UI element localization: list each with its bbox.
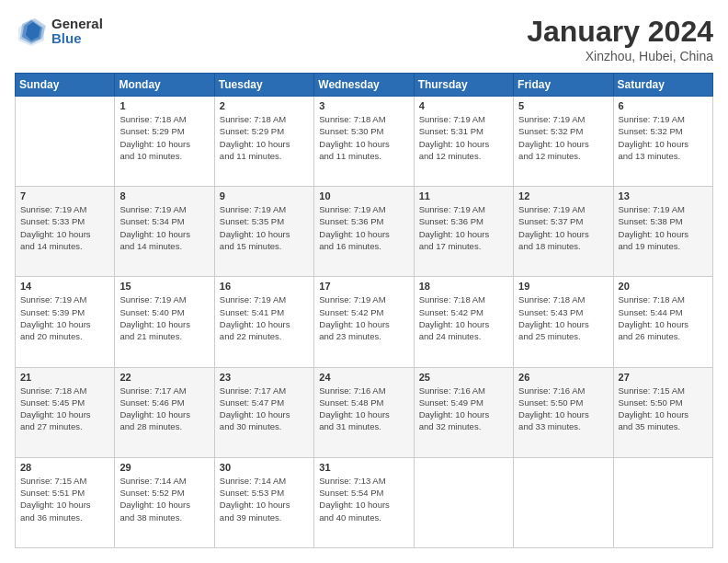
logo-general-text: General: [51, 17, 103, 32]
logo-blue-text: Blue: [51, 31, 103, 47]
day-info: Sunrise: 7:19 AM Sunset: 5:35 PM Dayligh…: [220, 203, 309, 252]
col-saturday: Saturday: [613, 74, 712, 97]
table-row: 24Sunrise: 7:16 AM Sunset: 5:48 PM Dayli…: [314, 367, 414, 457]
day-info: Sunrise: 7:19 AM Sunset: 5:36 PM Dayligh…: [319, 203, 408, 252]
day-info: Sunrise: 7:16 AM Sunset: 5:50 PM Dayligh…: [518, 385, 608, 433]
calendar-subtitle: Xinzhou, Hubei, China: [527, 49, 713, 63]
day-number: 11: [419, 190, 508, 201]
day-number: 9: [220, 190, 309, 201]
calendar-table: Sunday Monday Tuesday Wednesday Thursday…: [15, 73, 713, 548]
day-number: 2: [220, 100, 309, 111]
table-row: 9Sunrise: 7:19 AM Sunset: 5:35 PM Daylig…: [214, 187, 313, 277]
day-info: Sunrise: 7:19 AM Sunset: 5:36 PM Dayligh…: [419, 203, 508, 252]
day-info: Sunrise: 7:17 AM Sunset: 5:46 PM Dayligh…: [119, 385, 209, 433]
calendar-week-row: 1Sunrise: 7:18 AM Sunset: 5:29 PM Daylig…: [16, 97, 713, 187]
day-info: Sunrise: 7:18 AM Sunset: 5:29 PM Dayligh…: [119, 113, 209, 162]
calendar-week-row: 14Sunrise: 7:19 AM Sunset: 5:39 PM Dayli…: [16, 277, 713, 367]
table-row: 18Sunrise: 7:18 AM Sunset: 5:42 PM Dayli…: [414, 277, 513, 367]
table-row: 6Sunrise: 7:19 AM Sunset: 5:32 PM Daylig…: [613, 97, 712, 187]
table-row: [414, 457, 513, 547]
col-sunday: Sunday: [16, 74, 115, 97]
col-thursday: Thursday: [414, 74, 513, 97]
table-row: 20Sunrise: 7:18 AM Sunset: 5:44 PM Dayli…: [613, 277, 712, 367]
table-row: 19Sunrise: 7:18 AM Sunset: 5:43 PM Dayli…: [514, 277, 613, 367]
day-number: 31: [319, 462, 408, 473]
logo-icon: [15, 15, 48, 48]
day-number: 22: [119, 372, 209, 383]
day-info: Sunrise: 7:18 AM Sunset: 5:42 PM Dayligh…: [419, 293, 508, 342]
table-row: 3Sunrise: 7:18 AM Sunset: 5:30 PM Daylig…: [314, 97, 414, 187]
calendar-week-row: 28Sunrise: 7:15 AM Sunset: 5:51 PM Dayli…: [16, 457, 713, 547]
table-row: 17Sunrise: 7:19 AM Sunset: 5:42 PM Dayli…: [314, 277, 414, 367]
day-info: Sunrise: 7:19 AM Sunset: 5:32 PM Dayligh…: [619, 113, 708, 162]
day-number: 14: [20, 281, 109, 292]
day-number: 12: [518, 190, 608, 201]
table-row: 4Sunrise: 7:19 AM Sunset: 5:31 PM Daylig…: [414, 97, 513, 187]
day-info: Sunrise: 7:15 AM Sunset: 5:50 PM Dayligh…: [619, 385, 708, 433]
table-row: 31Sunrise: 7:13 AM Sunset: 5:54 PM Dayli…: [314, 457, 414, 547]
day-number: 30: [220, 462, 309, 473]
table-row: 22Sunrise: 7:17 AM Sunset: 5:46 PM Dayli…: [115, 367, 214, 457]
day-info: Sunrise: 7:19 AM Sunset: 5:31 PM Dayligh…: [419, 113, 508, 162]
day-info: Sunrise: 7:19 AM Sunset: 5:42 PM Dayligh…: [319, 293, 408, 342]
day-number: 5: [518, 100, 608, 111]
calendar-week-row: 7Sunrise: 7:19 AM Sunset: 5:33 PM Daylig…: [16, 187, 713, 277]
day-info: Sunrise: 7:14 AM Sunset: 5:52 PM Dayligh…: [119, 475, 209, 523]
table-row: 21Sunrise: 7:18 AM Sunset: 5:45 PM Dayli…: [16, 367, 115, 457]
day-number: 23: [220, 372, 309, 383]
day-number: 29: [119, 462, 209, 473]
day-number: 20: [619, 281, 708, 292]
day-number: 18: [419, 281, 508, 292]
day-info: Sunrise: 7:19 AM Sunset: 5:37 PM Dayligh…: [518, 203, 608, 252]
col-monday: Monday: [115, 74, 214, 97]
table-row: 14Sunrise: 7:19 AM Sunset: 5:39 PM Dayli…: [16, 277, 115, 367]
calendar-title: January 2024: [527, 15, 713, 49]
day-number: 1: [119, 100, 209, 111]
day-number: 19: [518, 281, 608, 292]
day-info: Sunrise: 7:15 AM Sunset: 5:51 PM Dayligh…: [20, 475, 109, 523]
day-info: Sunrise: 7:19 AM Sunset: 5:41 PM Dayligh…: [220, 293, 309, 342]
table-row: 27Sunrise: 7:15 AM Sunset: 5:50 PM Dayli…: [613, 367, 712, 457]
calendar-week-row: 21Sunrise: 7:18 AM Sunset: 5:45 PM Dayli…: [16, 367, 713, 457]
day-number: 26: [518, 372, 608, 383]
day-number: 3: [319, 100, 408, 111]
day-info: Sunrise: 7:14 AM Sunset: 5:53 PM Dayligh…: [220, 475, 309, 523]
logo: General Blue: [15, 15, 103, 48]
col-friday: Friday: [514, 74, 613, 97]
day-number: 24: [319, 372, 408, 383]
day-number: 25: [419, 372, 508, 383]
day-number: 21: [20, 372, 109, 383]
day-info: Sunrise: 7:18 AM Sunset: 5:45 PM Dayligh…: [20, 385, 109, 433]
day-number: 28: [20, 462, 109, 473]
header-row: Sunday Monday Tuesday Wednesday Thursday…: [16, 74, 713, 97]
day-number: 4: [419, 100, 508, 111]
table-row: 16Sunrise: 7:19 AM Sunset: 5:41 PM Dayli…: [214, 277, 313, 367]
table-row: 26Sunrise: 7:16 AM Sunset: 5:50 PM Dayli…: [514, 367, 613, 457]
header: General Blue January 2024 Xinzhou, Hubei…: [15, 15, 713, 63]
day-info: Sunrise: 7:16 AM Sunset: 5:48 PM Dayligh…: [319, 385, 408, 433]
day-info: Sunrise: 7:18 AM Sunset: 5:29 PM Dayligh…: [220, 113, 309, 162]
day-number: 16: [220, 281, 309, 292]
title-block: January 2024 Xinzhou, Hubei, China: [527, 15, 713, 63]
table-row: 29Sunrise: 7:14 AM Sunset: 5:52 PM Dayli…: [115, 457, 214, 547]
table-row: 30Sunrise: 7:14 AM Sunset: 5:53 PM Dayli…: [214, 457, 313, 547]
day-number: 8: [119, 190, 209, 201]
col-tuesday: Tuesday: [214, 74, 313, 97]
table-row: 2Sunrise: 7:18 AM Sunset: 5:29 PM Daylig…: [214, 97, 313, 187]
table-row: 1Sunrise: 7:18 AM Sunset: 5:29 PM Daylig…: [115, 97, 214, 187]
day-info: Sunrise: 7:13 AM Sunset: 5:54 PM Dayligh…: [319, 475, 408, 523]
table-row: [613, 457, 712, 547]
table-row: 5Sunrise: 7:19 AM Sunset: 5:32 PM Daylig…: [514, 97, 613, 187]
day-number: 27: [619, 372, 708, 383]
calendar-body: 1Sunrise: 7:18 AM Sunset: 5:29 PM Daylig…: [16, 97, 713, 548]
table-row: 13Sunrise: 7:19 AM Sunset: 5:38 PM Dayli…: [613, 187, 712, 277]
table-row: 12Sunrise: 7:19 AM Sunset: 5:37 PM Dayli…: [514, 187, 613, 277]
day-info: Sunrise: 7:19 AM Sunset: 5:40 PM Dayligh…: [119, 293, 209, 342]
day-number: 13: [619, 190, 708, 201]
table-row: 23Sunrise: 7:17 AM Sunset: 5:47 PM Dayli…: [214, 367, 313, 457]
day-number: 6: [619, 100, 708, 111]
table-row: 25Sunrise: 7:16 AM Sunset: 5:49 PM Dayli…: [414, 367, 513, 457]
page: General Blue January 2024 Xinzhou, Hubei…: [0, 0, 728, 563]
day-info: Sunrise: 7:18 AM Sunset: 5:30 PM Dayligh…: [319, 113, 408, 162]
day-number: 15: [119, 281, 209, 292]
